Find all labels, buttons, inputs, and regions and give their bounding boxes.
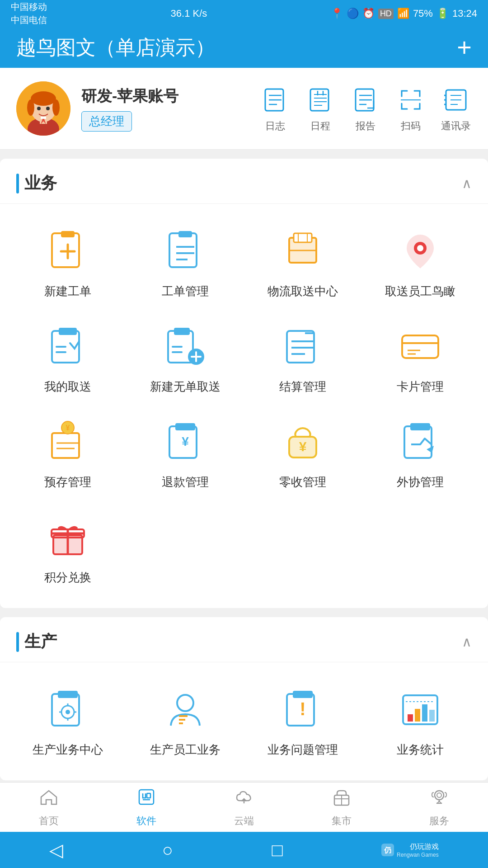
nav-software-label: 软件 <box>136 814 156 828</box>
svg-text:¥: ¥ <box>182 434 189 448</box>
alarm-icon: ⏰ <box>362 8 375 19</box>
quick-action-schedule[interactable]: 日程 <box>305 84 336 133</box>
my-delivery-item[interactable]: 我的取送 <box>9 308 127 404</box>
svg-rect-77 <box>175 423 195 430</box>
svg-rect-103 <box>293 691 313 698</box>
logistics-icon <box>278 226 328 276</box>
quick-action-report[interactable]: 报告 <box>350 84 381 133</box>
battery-icon: 🔋 <box>436 8 449 19</box>
svg-rect-39 <box>178 231 192 237</box>
settlement-item[interactable]: 结算管理 <box>244 308 361 404</box>
svg-point-7 <box>37 107 41 110</box>
production-section: 生产 ∧ <box>0 617 488 780</box>
scan-label: 扫码 <box>401 119 421 133</box>
prod-stats-label: 业务统计 <box>397 742 444 758</box>
nav-cloud-label: 云端 <box>234 814 254 828</box>
prod-stats-icon <box>395 685 445 735</box>
contacts-icon <box>440 84 472 116</box>
card-mgmt-label: 卡片管理 <box>397 379 444 395</box>
contacts-label: 通讯录 <box>441 119 471 133</box>
software-icon <box>136 787 156 811</box>
network-speed: 36.1 K/s <box>171 8 207 19</box>
new-delivery-item[interactable]: 新建无单取送 <box>127 308 244 404</box>
production-collapse-button[interactable]: ∧ <box>462 634 472 650</box>
bluetooth-icon: 🔵 <box>347 8 359 19</box>
quick-action-journal[interactable]: 日志 <box>259 84 291 133</box>
new-order-icon <box>43 226 93 276</box>
collect-label: 零收管理 <box>279 474 326 490</box>
bottom-nav: 首页 软件 云端 <box>0 782 488 832</box>
new-delivery-label: 新建无单取送 <box>150 379 221 395</box>
card-mgmt-item[interactable]: 卡片管理 <box>361 308 479 404</box>
refund-item[interactable]: ¥ 退款管理 <box>127 404 244 499</box>
schedule-icon <box>305 84 336 116</box>
order-mgmt-icon <box>160 226 210 276</box>
home-button[interactable]: ○ <box>162 840 173 860</box>
business-grid: 新建工单 工单管理 <box>0 204 488 608</box>
app-title: 越鸟图文（单店演示） <box>16 34 215 61</box>
prepay-item[interactable]: ¥ 预存管理 <box>9 404 127 499</box>
points-icon <box>43 513 93 562</box>
svg-point-4 <box>31 91 56 106</box>
logistics-item[interactable]: 物流取送中心 <box>244 213 361 308</box>
outsource-item[interactable]: 外协管理 <box>361 404 479 499</box>
add-button[interactable]: + <box>457 35 472 60</box>
new-order-item[interactable]: 新建工单 <box>9 213 127 308</box>
user-name: 研发-苹果账号 <box>81 86 249 107</box>
prod-employee-item[interactable]: 生产员工业务 <box>127 671 244 767</box>
quick-action-contacts[interactable]: 通讯录 <box>440 84 472 133</box>
settlement-label: 结算管理 <box>279 379 326 395</box>
svg-rect-91 <box>58 691 78 698</box>
nav-cloud[interactable]: 云端 <box>195 783 293 832</box>
status-bar: 中国移动 中国电信 36.1 K/s 📍 🔵 ⏰ HD 📶 75% 🔋 13:2… <box>0 0 488 27</box>
nav-service[interactable]: 服务 <box>390 783 488 832</box>
nav-market[interactable]: 集市 <box>293 783 390 832</box>
profile-section: 研发-苹果账号 总经理 日志 <box>0 68 488 150</box>
svg-rect-106 <box>408 714 413 722</box>
nav-software[interactable]: 软件 <box>98 783 195 832</box>
schedule-label: 日程 <box>310 119 330 133</box>
market-icon <box>332 787 352 811</box>
recent-button[interactable]: □ <box>272 840 282 860</box>
business-collapse-button[interactable]: ∧ <box>462 175 472 191</box>
svg-rect-56 <box>174 328 190 335</box>
svg-rect-112 <box>147 793 150 798</box>
prod-stats-item[interactable]: 业务统计 <box>361 671 479 767</box>
svg-point-98 <box>177 695 193 711</box>
svg-point-8 <box>46 107 50 110</box>
scan-icon <box>395 84 427 116</box>
prepay-label: 预存管理 <box>44 474 91 490</box>
quick-actions: 日志 日程 <box>259 84 472 133</box>
avatar[interactable] <box>16 81 70 136</box>
svg-rect-15 <box>310 89 328 111</box>
svg-rect-45 <box>294 233 312 242</box>
collect-item[interactable]: ¥ 零收管理 <box>244 404 361 499</box>
outsource-label: 外协管理 <box>397 474 444 490</box>
order-mgmt-item[interactable]: 工单管理 <box>127 213 244 308</box>
nav-home[interactable]: 首页 <box>0 783 98 832</box>
production-grid: 生产业务中心 生产员工业务 <box>0 662 488 780</box>
prod-issue-item[interactable]: ! 业务问题管理 <box>244 671 361 767</box>
svg-rect-71 <box>52 433 79 458</box>
points-item[interactable]: 积分兑换 <box>9 499 127 594</box>
production-section-indicator <box>16 632 19 652</box>
svg-rect-82 <box>404 426 432 458</box>
courier-item[interactable]: 取送员工鸟瞰 <box>361 213 479 308</box>
business-section: 业务 ∧ 新建工单 <box>0 159 488 608</box>
back-button[interactable]: ◁ <box>49 840 63 860</box>
svg-text:仍: 仍 <box>384 846 391 854</box>
new-order-label: 新建工单 <box>44 283 91 299</box>
svg-point-5 <box>27 99 34 116</box>
main-content: 业务 ∧ 新建工单 <box>0 150 488 789</box>
svg-point-50 <box>417 245 423 251</box>
refund-icon: ¥ <box>160 417 210 467</box>
prod-task-item[interactable]: 生产业务中心 <box>9 671 127 767</box>
svg-text:!: ! <box>300 699 305 719</box>
quick-action-scan[interactable]: 扫码 <box>395 84 427 133</box>
nav-service-label: 服务 <box>429 814 449 828</box>
outsource-icon <box>395 417 445 467</box>
service-icon <box>429 787 449 811</box>
time-display: 13:24 <box>452 8 477 19</box>
svg-rect-107 <box>415 709 420 722</box>
section-indicator <box>16 174 19 193</box>
